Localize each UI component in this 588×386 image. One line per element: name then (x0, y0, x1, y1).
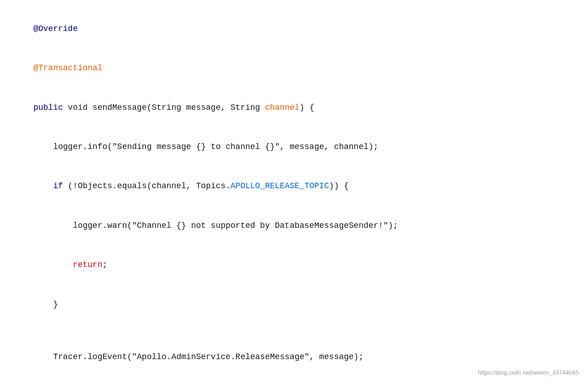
line-override: @Override (14, 9, 574, 48)
line-return: return; (14, 245, 574, 284)
line-logger-info: logger.info("Sending message {} to chann… (14, 127, 574, 166)
line-logger-warn: logger.warn("Channel {} not supported by… (14, 206, 574, 245)
line-close-if: } (14, 285, 574, 324)
line-transactional: @Transactional (14, 48, 574, 87)
line-if: if (!Objects.equals(channel, Topics.APOL… (14, 167, 574, 206)
line-blank-1 (14, 324, 574, 337)
line-transaction: Transaction transaction = Tracer.newTran… (14, 376, 574, 386)
code-block: @Override @Transactional public void sen… (0, 0, 588, 386)
line-method-sig: public void sendMessage(String message, … (14, 88, 574, 127)
watermark: https://blog.csdn.net/weixin_43744065 (478, 368, 579, 378)
